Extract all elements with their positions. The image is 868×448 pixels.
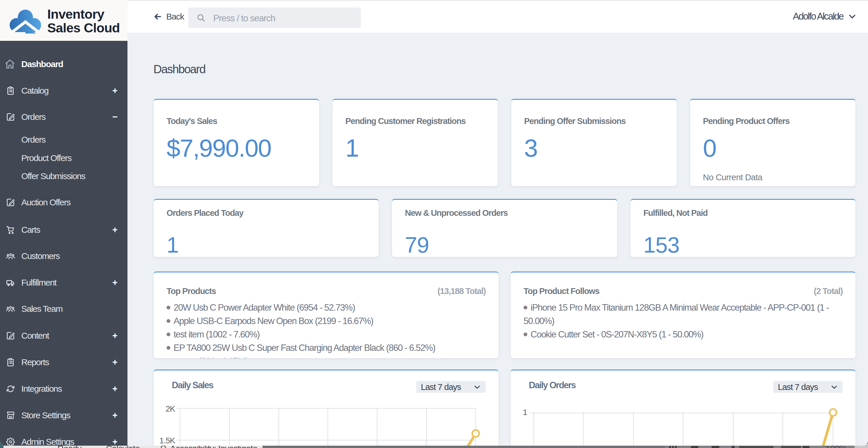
svg-text:1: 1: [523, 408, 527, 417]
svg-text:2K: 2K: [166, 404, 176, 413]
svg-text:1.5K: 1.5K: [159, 436, 175, 445]
